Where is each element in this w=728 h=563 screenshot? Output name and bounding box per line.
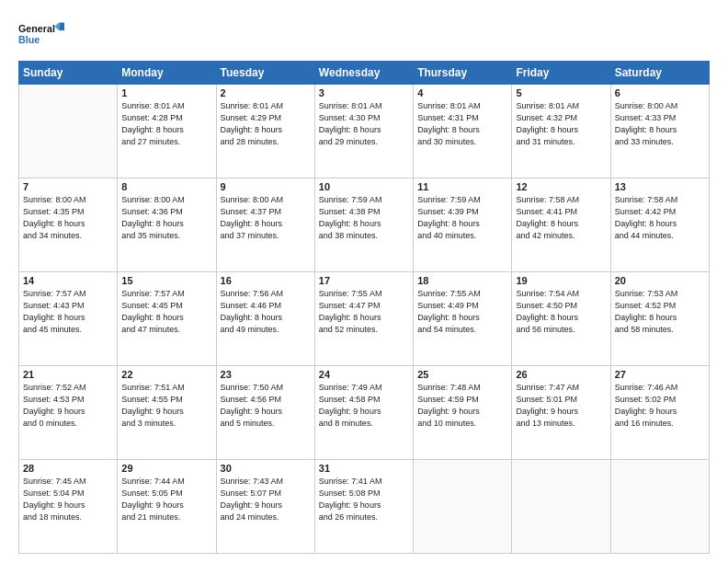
day-cell: 22Sunrise: 7:51 AM Sunset: 4:55 PM Dayli… [118, 366, 216, 460]
day-info: Sunrise: 7:58 AM Sunset: 4:41 PM Dayligh… [516, 194, 606, 242]
day-cell: 18Sunrise: 7:55 AM Sunset: 4:49 PM Dayli… [414, 272, 512, 366]
svg-marker-2 [59, 23, 64, 31]
day-info: Sunrise: 8:01 AM Sunset: 4:29 PM Dayligh… [221, 100, 311, 148]
day-number: 28 [23, 463, 113, 474]
day-info: Sunrise: 7:58 AM Sunset: 4:42 PM Dayligh… [615, 194, 705, 242]
calendar-header-row: SundayMondayTuesdayWednesdayThursdayFrid… [19, 62, 710, 85]
day-number: 4 [417, 87, 507, 98]
day-info: Sunrise: 8:01 AM Sunset: 4:31 PM Dayligh… [417, 100, 507, 148]
col-header-saturday: Saturday [610, 62, 709, 85]
day-cell: 8Sunrise: 8:00 AM Sunset: 4:36 PM Daylig… [118, 178, 216, 272]
day-info: Sunrise: 8:00 AM Sunset: 4:36 PM Dayligh… [121, 194, 211, 242]
day-cell: 5Sunrise: 8:01 AM Sunset: 4:32 PM Daylig… [512, 85, 610, 178]
col-header-wednesday: Wednesday [314, 62, 413, 85]
day-info: Sunrise: 7:59 AM Sunset: 4:39 PM Dayligh… [417, 194, 507, 242]
day-number: 26 [516, 369, 606, 380]
day-number: 31 [319, 463, 409, 474]
day-cell: 12Sunrise: 7:58 AM Sunset: 4:41 PM Dayli… [512, 178, 610, 272]
day-cell: 28Sunrise: 7:45 AM Sunset: 5:04 PM Dayli… [19, 460, 118, 554]
week-row-1: 1Sunrise: 8:01 AM Sunset: 4:28 PM Daylig… [19, 85, 710, 178]
day-info: Sunrise: 7:41 AM Sunset: 5:08 PM Dayligh… [319, 476, 409, 523]
day-number: 25 [417, 369, 507, 380]
logo: General Blue [18, 15, 64, 52]
day-number: 21 [23, 369, 113, 380]
day-info: Sunrise: 7:51 AM Sunset: 4:55 PM Dayligh… [121, 382, 211, 430]
day-cell [19, 85, 118, 178]
day-number: 19 [516, 275, 606, 286]
day-cell: 9Sunrise: 8:00 AM Sunset: 4:37 PM Daylig… [216, 178, 314, 272]
day-cell: 25Sunrise: 7:48 AM Sunset: 4:59 PM Dayli… [414, 366, 512, 460]
day-info: Sunrise: 7:52 AM Sunset: 4:53 PM Dayligh… [23, 382, 113, 430]
logo-svg: General Blue [18, 15, 64, 52]
day-number: 17 [319, 275, 409, 286]
day-cell: 19Sunrise: 7:54 AM Sunset: 4:50 PM Dayli… [512, 272, 610, 366]
day-info: Sunrise: 7:47 AM Sunset: 5:01 PM Dayligh… [516, 382, 606, 430]
day-cell: 15Sunrise: 7:57 AM Sunset: 4:45 PM Dayli… [118, 272, 216, 366]
day-cell: 23Sunrise: 7:50 AM Sunset: 4:56 PM Dayli… [216, 366, 314, 460]
day-cell: 3Sunrise: 8:01 AM Sunset: 4:30 PM Daylig… [314, 85, 413, 178]
day-cell: 2Sunrise: 8:01 AM Sunset: 4:29 PM Daylig… [216, 85, 314, 178]
page: General Blue SundayMondayTuesdayWednesda… [0, 0, 728, 563]
col-header-sunday: Sunday [19, 62, 118, 85]
day-number: 5 [516, 87, 606, 98]
day-info: Sunrise: 7:59 AM Sunset: 4:38 PM Dayligh… [319, 194, 409, 242]
day-cell: 7Sunrise: 8:00 AM Sunset: 4:35 PM Daylig… [19, 178, 118, 272]
day-number: 6 [615, 87, 705, 98]
day-info: Sunrise: 7:43 AM Sunset: 5:07 PM Dayligh… [221, 476, 311, 523]
day-number: 27 [615, 369, 705, 380]
day-info: Sunrise: 7:46 AM Sunset: 5:02 PM Dayligh… [615, 382, 705, 430]
day-cell: 30Sunrise: 7:43 AM Sunset: 5:07 PM Dayli… [216, 460, 314, 554]
day-number: 2 [221, 87, 311, 98]
header: General Blue [18, 15, 710, 52]
day-cell [414, 460, 512, 554]
day-number: 13 [615, 181, 705, 192]
day-number: 29 [121, 463, 211, 474]
day-cell: 16Sunrise: 7:56 AM Sunset: 4:46 PM Dayli… [216, 272, 314, 366]
day-number: 3 [319, 87, 409, 98]
day-info: Sunrise: 7:48 AM Sunset: 4:59 PM Dayligh… [417, 382, 507, 430]
week-row-5: 28Sunrise: 7:45 AM Sunset: 5:04 PM Dayli… [19, 460, 710, 554]
day-cell: 10Sunrise: 7:59 AM Sunset: 4:38 PM Dayli… [314, 178, 413, 272]
calendar-table: SundayMondayTuesdayWednesdayThursdayFrid… [18, 61, 710, 554]
svg-marker-3 [54, 23, 59, 31]
day-cell: 24Sunrise: 7:49 AM Sunset: 4:58 PM Dayli… [314, 366, 413, 460]
col-header-friday: Friday [512, 62, 610, 85]
day-cell: 13Sunrise: 7:58 AM Sunset: 4:42 PM Dayli… [610, 178, 709, 272]
day-info: Sunrise: 7:56 AM Sunset: 4:46 PM Dayligh… [221, 288, 311, 336]
day-info: Sunrise: 7:57 AM Sunset: 4:43 PM Dayligh… [23, 288, 113, 336]
day-info: Sunrise: 8:00 AM Sunset: 4:35 PM Dayligh… [23, 194, 113, 242]
day-info: Sunrise: 8:01 AM Sunset: 4:30 PM Dayligh… [319, 100, 409, 148]
day-number: 24 [319, 369, 409, 380]
day-number: 9 [221, 181, 311, 192]
day-number: 8 [121, 181, 211, 192]
day-number: 18 [417, 275, 507, 286]
day-number: 16 [221, 275, 311, 286]
day-info: Sunrise: 7:49 AM Sunset: 4:58 PM Dayligh… [319, 382, 409, 430]
day-number: 10 [319, 181, 409, 192]
day-info: Sunrise: 7:55 AM Sunset: 4:47 PM Dayligh… [319, 288, 409, 336]
svg-text:General: General [18, 23, 55, 34]
day-number: 14 [23, 275, 113, 286]
day-cell: 6Sunrise: 8:00 AM Sunset: 4:33 PM Daylig… [610, 85, 709, 178]
day-cell: 17Sunrise: 7:55 AM Sunset: 4:47 PM Dayli… [314, 272, 413, 366]
col-header-monday: Monday [118, 62, 216, 85]
day-info: Sunrise: 7:54 AM Sunset: 4:50 PM Dayligh… [516, 288, 606, 336]
day-cell: 1Sunrise: 8:01 AM Sunset: 4:28 PM Daylig… [118, 85, 216, 178]
col-header-tuesday: Tuesday [216, 62, 314, 85]
day-cell: 14Sunrise: 7:57 AM Sunset: 4:43 PM Dayli… [19, 272, 118, 366]
day-number: 1 [121, 87, 211, 98]
day-info: Sunrise: 7:53 AM Sunset: 4:52 PM Dayligh… [615, 288, 705, 336]
day-number: 30 [221, 463, 311, 474]
day-info: Sunrise: 8:01 AM Sunset: 4:28 PM Dayligh… [121, 100, 211, 148]
day-cell: 4Sunrise: 8:01 AM Sunset: 4:31 PM Daylig… [414, 85, 512, 178]
day-cell: 20Sunrise: 7:53 AM Sunset: 4:52 PM Dayli… [610, 272, 709, 366]
day-number: 15 [121, 275, 211, 286]
day-cell: 27Sunrise: 7:46 AM Sunset: 5:02 PM Dayli… [610, 366, 709, 460]
day-info: Sunrise: 7:45 AM Sunset: 5:04 PM Dayligh… [23, 476, 113, 523]
day-info: Sunrise: 7:50 AM Sunset: 4:56 PM Dayligh… [221, 382, 311, 430]
day-cell [610, 460, 709, 554]
day-cell: 26Sunrise: 7:47 AM Sunset: 5:01 PM Dayli… [512, 366, 610, 460]
day-cell: 31Sunrise: 7:41 AM Sunset: 5:08 PM Dayli… [314, 460, 413, 554]
day-cell: 29Sunrise: 7:44 AM Sunset: 5:05 PM Dayli… [118, 460, 216, 554]
col-header-thursday: Thursday [414, 62, 512, 85]
